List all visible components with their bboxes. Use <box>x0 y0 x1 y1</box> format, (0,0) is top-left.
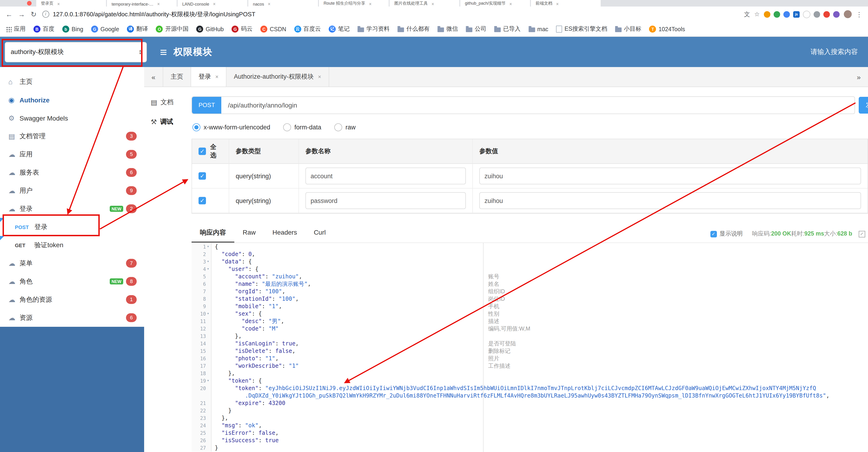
bookmark-item[interactable]: ES搜索引擎文档 <box>556 25 607 33</box>
tab-close-icon[interactable]: × <box>157 1 160 6</box>
hamburger-icon[interactable]: ≡ <box>160 46 167 58</box>
extension-icon[interactable] <box>764 11 770 18</box>
tab-close-icon[interactable]: × <box>57 1 60 6</box>
bookmark-item[interactable]: 记笔记 <box>329 25 350 33</box>
show-desc-checkbox[interactable]: ✓ <box>710 231 717 237</box>
tab-close-icon[interactable]: × <box>431 1 434 6</box>
bookmark-item[interactable]: GGitHub <box>196 26 224 33</box>
bookmark-item[interactable]: T1024Tools <box>649 26 685 33</box>
url-field[interactable]: i 127.0.0.1:8760/api/gate/doc.html#/auth… <box>42 10 739 19</box>
select-all-checkbox[interactable]: ✓ <box>198 147 206 155</box>
extension-icon[interactable] <box>824 11 830 18</box>
tab-debug[interactable]: ⚒调试 <box>144 112 186 132</box>
module-select[interactable]: authority-权限模块 ▲▼ <box>5 42 147 62</box>
bookmark-item[interactable]: G码云 <box>232 25 253 33</box>
param-value-input[interactable] <box>479 192 861 209</box>
profile-avatar[interactable] <box>844 10 852 18</box>
sidebar-api-get-verify-token[interactable]: GET验证token <box>0 236 144 254</box>
send-button[interactable]: 发送 <box>859 97 868 114</box>
bookmark-item[interactable]: 微信 <box>437 25 458 33</box>
translate-icon[interactable]: 文 <box>744 10 750 19</box>
bookmark-item[interactable]: CCSDN <box>260 26 286 33</box>
forward-icon[interactable]: → <box>18 10 25 18</box>
sidebar-item-swagger-models[interactable]: ⚙Swagger Models <box>0 109 144 127</box>
bookmark-item[interactable]: bBing <box>62 26 83 33</box>
expand-response-icon[interactable] <box>859 231 865 237</box>
response-tab[interactable]: Curl <box>305 224 334 243</box>
bookmark-item[interactable]: O开源中国 <box>156 25 188 33</box>
tab-close-icon[interactable]: × <box>369 1 372 6</box>
fold-toggle-icon[interactable]: ▾ <box>206 258 210 265</box>
bookmark-item[interactable]: 小目标 <box>615 25 641 33</box>
traffic-light-close-icon[interactable] <box>27 1 32 6</box>
content-type-option[interactable]: form-data <box>283 123 321 131</box>
sidebar-api-post-login[interactable]: POST登录 <box>0 218 144 236</box>
browser-tab[interactable]: temporary-interface-…× <box>107 0 177 6</box>
extension-icon[interactable] <box>803 10 810 18</box>
expand-tabs-icon[interactable]: » <box>849 67 868 87</box>
extension-icon[interactable] <box>814 11 820 18</box>
response-tab[interactable]: Headers <box>264 224 305 243</box>
browser-tab[interactable]: LAND-console× <box>178 0 247 6</box>
extension-icon[interactable] <box>833 11 840 18</box>
sidebar-item-app[interactable]: ☁应用5 <box>0 145 144 163</box>
bookmark-item[interactable]: 译翻译 <box>127 25 148 33</box>
content-tab[interactable]: Authorize-authority-权限模块× <box>226 67 329 87</box>
bookmark-item[interactable]: 已导入 <box>494 25 521 33</box>
response-tab[interactable]: Raw <box>234 224 264 243</box>
browser-tab[interactable]: 图片在线处理工具× <box>390 0 459 6</box>
fold-toggle-icon[interactable]: ▾ <box>206 265 210 273</box>
tab-close-icon[interactable]: × <box>215 74 218 80</box>
param-name-input[interactable] <box>305 168 466 184</box>
tab-close-icon[interactable]: × <box>556 1 559 6</box>
menu-kebab-icon[interactable]: ⋮ <box>856 10 862 18</box>
extension-icon[interactable] <box>774 11 780 18</box>
sidebar-item-login[interactable]: ☁登录NEW2 <box>0 200 144 218</box>
sidebar-item-home[interactable]: ⌂主页 <box>0 73 144 91</box>
content-type-option[interactable]: raw <box>334 123 356 131</box>
sidebar-item-menu[interactable]: ☁菜单7 <box>0 254 144 272</box>
search-input[interactable]: 请输入搜索内容 <box>811 48 858 56</box>
fold-toggle-icon[interactable]: ▾ <box>206 243 210 250</box>
tab-close-icon[interactable]: × <box>268 1 271 6</box>
bookmark-item[interactable]: mac <box>528 26 548 32</box>
bookmark-item[interactable]: 学习资料 <box>358 25 390 33</box>
tab-close-icon[interactable]: × <box>318 74 321 80</box>
refresh-icon[interactable]: ↻ <box>31 10 36 19</box>
param-name-input[interactable] <box>305 192 466 209</box>
sidebar-item-user[interactable]: ☁用户9 <box>0 181 144 200</box>
collapse-tabs-icon[interactable]: « <box>144 67 163 87</box>
param-value-input[interactable] <box>479 168 861 184</box>
response-body-editor[interactable]: 1▾{2 "code": 0,3▾ "data": {4▾ "user": {5… <box>191 243 868 452</box>
browser-tab[interactable]: github_pach/实现细节× <box>460 0 530 6</box>
fold-toggle-icon[interactable]: ▾ <box>206 377 210 385</box>
page-info-icon[interactable]: i <box>42 11 49 18</box>
bookmark-item[interactable]: B百度 <box>33 25 54 33</box>
extension-icon[interactable]: js <box>793 11 800 18</box>
extension-icon[interactable] <box>783 11 790 18</box>
sidebar-item-service-table[interactable]: ☁服务表6 <box>0 163 144 181</box>
bookmark-item[interactable]: 应用 <box>6 25 26 33</box>
tab-close-icon[interactable]: × <box>213 1 216 6</box>
response-tab[interactable]: 响应内容 <box>191 224 234 243</box>
browser-tab[interactable]: nacos× <box>248 0 318 6</box>
param-checkbox[interactable]: ✓ <box>198 172 206 180</box>
sidebar-item-role[interactable]: ☁角色NEW8 <box>0 272 144 290</box>
tab-doc[interactable]: ▤文档 <box>144 93 186 112</box>
bookmark-star-icon[interactable]: ☆ <box>754 11 760 18</box>
content-tab[interactable]: 主页 <box>163 67 191 87</box>
bookmark-item[interactable]: 云百度云 <box>294 25 321 33</box>
param-checkbox[interactable]: ✓ <box>198 197 206 204</box>
tab-close-icon[interactable]: × <box>509 1 512 6</box>
back-icon[interactable]: ← <box>6 10 12 18</box>
sidebar-item-role-resource[interactable]: ☁角色的资源1 <box>0 290 144 309</box>
sidebar-item-docs-manage[interactable]: ▤文档管理3 <box>0 127 144 145</box>
fold-toggle-icon[interactable]: ▾ <box>206 310 210 317</box>
content-type-option[interactable]: x-www-form-urlencoded <box>192 123 270 131</box>
content-tab[interactable]: 登录× <box>191 67 226 87</box>
bookmark-item[interactable]: 公司 <box>466 25 486 33</box>
browser-tab[interactable]: 登录页× <box>36 0 106 6</box>
browser-tab[interactable]: Route 招生介绍与分享× <box>319 0 389 6</box>
bookmark-item[interactable]: 什么都有 <box>398 25 430 33</box>
browser-tab[interactable]: 前端文档× <box>531 0 601 6</box>
